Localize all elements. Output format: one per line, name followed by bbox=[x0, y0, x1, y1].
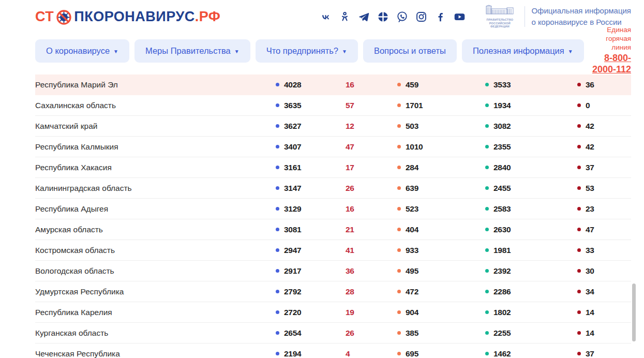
confirmed-dot-icon bbox=[276, 248, 279, 252]
confirmed-dot-icon bbox=[276, 352, 279, 355]
table-row[interactable]: Республика Хакасия 3161 17 284 2840 37 bbox=[35, 157, 631, 178]
deaths-dot-icon bbox=[577, 207, 581, 211]
deaths-count: 36 bbox=[577, 80, 631, 90]
confirmed-dot-icon bbox=[276, 166, 279, 169]
confirmed-dot-icon bbox=[276, 103, 279, 107]
table-row[interactable]: Чеченская Республика 2194 4 695 1462 37 bbox=[35, 344, 631, 358]
recovered-count: 2255 bbox=[485, 329, 577, 338]
table-row[interactable]: Костромская область 2947 41 933 1981 33 bbox=[35, 240, 631, 261]
active-count: 904 bbox=[397, 308, 485, 317]
main-nav: О коронавирусе ▼ Меры Правительства ▼ Чт… bbox=[35, 38, 631, 63]
recovered-dot-icon bbox=[485, 207, 489, 211]
active-dot-icon bbox=[397, 269, 401, 273]
government-link[interactable]: ПРАВИТЕЛЬСТВО РОССИЙСКОЙ ФЕДЕРАЦИИ Офици… bbox=[481, 5, 631, 28]
recovered-dot-icon bbox=[485, 310, 489, 314]
active-dot-icon bbox=[397, 248, 401, 252]
youtube-icon[interactable] bbox=[454, 11, 466, 23]
active-count: 523 bbox=[397, 204, 485, 214]
table-row[interactable]: Сахалинская область 3635 57 1701 1934 0 bbox=[35, 95, 631, 116]
daily-new-count: 12 bbox=[346, 122, 397, 131]
header: СТ ПКОРОНАВИРУС.РФ bbox=[35, 0, 631, 30]
zen-icon[interactable] bbox=[377, 11, 389, 23]
recovered-dot-icon bbox=[485, 269, 489, 273]
table-row[interactable]: Республика Адыгея 3129 16 523 2583 23 bbox=[35, 199, 631, 219]
active-count: 933 bbox=[397, 246, 485, 255]
confirmed-count: 2194 bbox=[276, 349, 346, 358]
hotline-phone-link[interactable]: 8-800-2000-112 bbox=[589, 52, 631, 76]
table-row[interactable]: Удмуртская Республика 2792 28 472 2286 3… bbox=[35, 281, 631, 302]
table-row[interactable]: Амурская область 3081 21 404 2630 47 bbox=[35, 219, 631, 240]
confirmed-count: 4028 bbox=[276, 80, 346, 90]
social-links bbox=[320, 11, 466, 23]
recovered-dot-icon bbox=[485, 248, 489, 252]
active-count: 695 bbox=[397, 349, 485, 358]
emblem-caption-line1: ПРАВИТЕЛЬСТВО bbox=[481, 18, 518, 22]
daily-new-count: 57 bbox=[346, 101, 397, 110]
confirmed-dot-icon bbox=[276, 331, 279, 335]
odnoklassniki-icon[interactable] bbox=[339, 11, 351, 23]
region-name: Костромская область bbox=[35, 246, 276, 255]
recovered-dot-icon bbox=[485, 166, 489, 169]
confirmed-dot-icon bbox=[276, 290, 279, 293]
recovered-dot-icon bbox=[485, 145, 489, 148]
daily-new-count: 26 bbox=[346, 184, 397, 193]
chevron-down-icon: ▼ bbox=[568, 49, 573, 54]
nav-button-2[interactable]: Что предпринять? ▼ bbox=[256, 39, 358, 63]
region-name: Сахалинская область bbox=[35, 101, 276, 110]
recovered-count: 3082 bbox=[485, 122, 577, 131]
no-virus-icon bbox=[54, 8, 73, 27]
confirmed-dot-icon bbox=[276, 145, 279, 148]
confirmed-count: 3635 bbox=[276, 101, 346, 110]
confirmed-dot-icon bbox=[276, 124, 279, 128]
active-dot-icon bbox=[397, 145, 401, 148]
recovered-dot-icon bbox=[485, 186, 489, 190]
active-count: 1701 bbox=[397, 101, 485, 110]
active-count: 404 bbox=[397, 225, 485, 234]
daily-new-count: 28 bbox=[346, 287, 397, 296]
daily-new-count: 19 bbox=[346, 308, 397, 317]
site-logo[interactable]: СТ ПКОРОНАВИРУС.РФ bbox=[35, 7, 220, 26]
active-dot-icon bbox=[397, 310, 401, 314]
nav-button-4[interactable]: Полезная информация ▼ bbox=[462, 39, 584, 63]
region-name: Вологодская область bbox=[35, 266, 276, 276]
active-dot-icon bbox=[397, 124, 401, 128]
logo-tld: .РФ bbox=[195, 9, 221, 25]
active-dot-icon bbox=[397, 352, 401, 355]
viber-icon[interactable] bbox=[396, 11, 408, 23]
deaths-dot-icon bbox=[577, 248, 581, 252]
confirmed-dot-icon bbox=[276, 228, 279, 231]
confirmed-count: 3081 bbox=[276, 225, 346, 234]
facebook-icon[interactable] bbox=[435, 11, 446, 23]
vk-icon[interactable] bbox=[320, 11, 332, 23]
active-count: 472 bbox=[397, 287, 485, 296]
region-name: Калининградская область bbox=[35, 184, 276, 193]
table-row[interactable]: Республика Марий Эл 4028 16 459 3533 36 bbox=[35, 74, 631, 95]
daily-new-count: 4 bbox=[346, 349, 397, 358]
confirmed-count: 2720 bbox=[276, 308, 346, 317]
recovered-count: 2630 bbox=[485, 225, 577, 234]
instagram-icon[interactable] bbox=[415, 11, 427, 23]
table-row[interactable]: Калининградская область 3147 26 639 2455… bbox=[35, 178, 631, 199]
recovered-dot-icon bbox=[485, 228, 489, 231]
deaths-count: 37 bbox=[577, 163, 631, 172]
nav-button-1[interactable]: Меры Правительства ▼ bbox=[134, 39, 250, 63]
deaths-count: 14 bbox=[577, 308, 631, 317]
daily-new-count: 21 bbox=[346, 225, 397, 234]
scrollbar-thumb[interactable] bbox=[632, 284, 636, 341]
deaths-dot-icon bbox=[577, 145, 581, 148]
region-name: Республика Марий Эл bbox=[35, 80, 276, 90]
region-name: Камчатский край bbox=[35, 122, 276, 131]
table-row[interactable]: Вологодская область 2917 36 495 2392 30 bbox=[35, 261, 631, 281]
table-row[interactable]: Республика Карелия 2720 19 904 1802 14 bbox=[35, 302, 631, 323]
table-row[interactable]: Камчатский край 3627 12 503 3082 42 bbox=[35, 116, 631, 137]
deaths-dot-icon bbox=[577, 83, 581, 86]
deaths-dot-icon bbox=[577, 290, 581, 293]
region-name: Республика Адыгея bbox=[35, 204, 276, 214]
table-row[interactable]: Республика Калмыкия 3407 47 1010 2355 42 bbox=[35, 137, 631, 157]
telegram-icon[interactable] bbox=[358, 11, 370, 23]
nav-button-3[interactable]: Вопросы и ответы bbox=[363, 39, 457, 63]
table-row[interactable]: Курганская область 2654 26 385 2255 14 bbox=[35, 323, 631, 344]
nav-button-0[interactable]: О коронавирусе ▼ bbox=[35, 39, 129, 63]
region-name: Республика Карелия bbox=[35, 308, 276, 317]
region-name: Чеченская Республика bbox=[35, 349, 276, 358]
